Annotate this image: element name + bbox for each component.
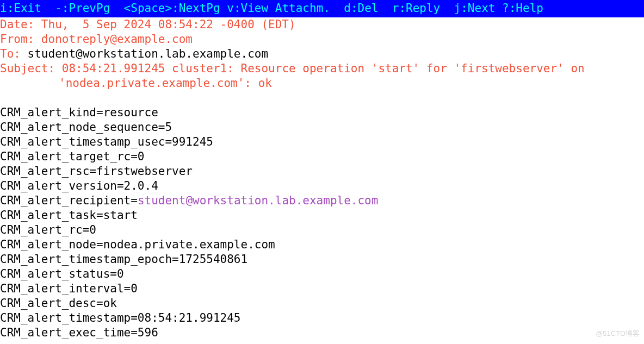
date-value: Thu, 5 Sep 2024 08:54:22 -0400 (EDT) — [41, 18, 296, 31]
header-date: Date: Thu, 5 Sep 2024 08:54:22 -0400 (ED… — [0, 17, 644, 32]
menu-next[interactable]: j:Next — [454, 2, 496, 15]
body-line: CRM_alert_task=start — [0, 208, 644, 223]
body-line: CRM_alert_desc=ok — [0, 296, 644, 311]
body-line: CRM_alert_version=2.0.4 — [0, 179, 644, 193]
watermark: @51CTO博客 — [596, 326, 640, 341]
body-line: CRM_alert_node_sequence=5 — [0, 120, 644, 135]
header-subject-line1: Subject: 08:54:21.991245 cluster1: Resou… — [0, 61, 644, 76]
subject-label: Subject: — [0, 62, 62, 75]
message-content: Date: Thu, 5 Sep 2024 08:54:22 -0400 (ED… — [0, 17, 644, 340]
subject-value-2: 'nodea.private.example.com': ok — [59, 77, 272, 90]
blank-line — [0, 91, 644, 105]
menu-nextpg[interactable]: <Space>:NextPg — [124, 2, 220, 15]
menu-del[interactable]: d:Del — [344, 2, 378, 15]
body-line: CRM_alert_kind=resource — [0, 105, 644, 120]
body-line: CRM_alert_timestamp_usec=991245 — [0, 135, 644, 149]
from-value: donotreply@example.com — [41, 33, 193, 46]
recipient-key: CRM_alert_recipient= — [0, 194, 138, 207]
to-label: To: — [0, 47, 28, 60]
from-label: From: — [0, 33, 41, 46]
body-line: CRM_alert_rsc=firstwebserver — [0, 164, 644, 179]
body-line: CRM_alert_timestamp=08:54:21.991245 — [0, 311, 644, 326]
body-line: CRM_alert_exec_time=596 — [0, 326, 644, 340]
menu-prevpg[interactable]: -:PrevPg — [55, 2, 110, 15]
menu-view-attach[interactable]: v:View Attachm. — [227, 2, 330, 15]
body-line: CRM_alert_recipient=student@workstation.… — [0, 193, 644, 208]
body-line: CRM_alert_timestamp_epoch=1725540861 — [0, 252, 644, 267]
body-line: CRM_alert_target_rc=0 — [0, 149, 644, 164]
body-line: CRM_alert_node=nodea.private.example.com — [0, 237, 644, 252]
header-to: To: student@workstation.lab.example.com — [0, 47, 644, 61]
menu-help[interactable]: ?:Help — [502, 2, 543, 15]
header-from: From: donotreply@example.com — [0, 32, 644, 47]
mutt-menubar[interactable]: i:Exit -:PrevPg <Space>:NextPg v:View At… — [0, 0, 644, 17]
header-subject-line2: 'nodea.private.example.com': ok — [0, 76, 644, 91]
to-value: student@workstation.lab.example.com — [28, 47, 269, 60]
date-label: Date: — [0, 18, 41, 31]
menu-exit[interactable]: i:Exit — [0, 2, 41, 15]
subject-value-1: 08:54:21.991245 cluster1: Resource opera… — [62, 62, 585, 75]
body-line: CRM_alert_interval=0 — [0, 282, 644, 296]
recipient-email-link[interactable]: student@workstation.lab.example.com — [138, 194, 379, 207]
body-line: CRM_alert_rc=0 — [0, 223, 644, 237]
menu-reply[interactable]: r:Reply — [392, 2, 441, 15]
body-line: CRM_alert_status=0 — [0, 267, 644, 282]
